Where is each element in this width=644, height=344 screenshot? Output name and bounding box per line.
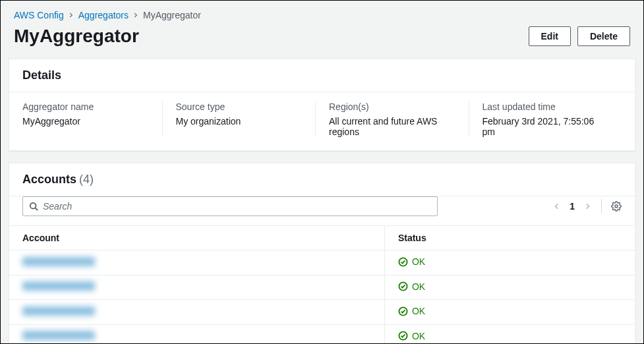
prev-page-button[interactable] bbox=[552, 202, 560, 210]
check-circle-icon bbox=[398, 257, 408, 267]
accounts-panel-title: Accounts bbox=[22, 173, 76, 186]
status-text: OK bbox=[412, 306, 425, 316]
detail-label-last-updated: Last updated time bbox=[483, 101, 609, 112]
details-panel-title: Details bbox=[9, 59, 635, 92]
header-actions: Edit Delete bbox=[529, 26, 630, 46]
accounts-table: Account Status OK OK bbox=[9, 225, 635, 344]
detail-label-aggregator-name: Aggregator name bbox=[22, 101, 149, 112]
table-row: OK bbox=[9, 275, 635, 300]
detail-value-last-updated: February 3rd 2021, 7:55:06 pm bbox=[483, 116, 609, 137]
chevron-right-icon bbox=[132, 12, 139, 18]
breadcrumb-aggregators-link[interactable]: Aggregators bbox=[78, 10, 129, 20]
page-number: 1 bbox=[570, 201, 575, 212]
details-panel: Details Aggregator name MyAggregator Sou… bbox=[9, 59, 635, 151]
breadcrumb-current: MyAggregator bbox=[143, 10, 201, 20]
breadcrumb: AWS Config Aggregators MyAggregator bbox=[1, 1, 643, 23]
breadcrumb-root-link[interactable]: AWS Config bbox=[14, 10, 64, 20]
delete-button[interactable]: Delete bbox=[577, 26, 630, 46]
column-header-status[interactable]: Status bbox=[384, 226, 635, 250]
status-badge: OK bbox=[398, 281, 425, 292]
svg-point-1 bbox=[615, 205, 618, 208]
account-id-redacted bbox=[22, 306, 95, 316]
status-text: OK bbox=[412, 331, 425, 341]
status-badge: OK bbox=[398, 306, 425, 316]
svg-point-0 bbox=[30, 203, 36, 209]
edit-button[interactable]: Edit bbox=[529, 26, 571, 46]
status-text: OK bbox=[412, 256, 425, 267]
settings-button[interactable] bbox=[611, 201, 622, 212]
table-row: OK bbox=[9, 300, 635, 325]
status-text: OK bbox=[412, 281, 425, 292]
check-circle-icon bbox=[398, 306, 408, 316]
accounts-panel: Accounts (4) 1 bbox=[9, 163, 635, 344]
search-input[interactable] bbox=[22, 196, 438, 216]
account-id-redacted bbox=[22, 281, 95, 291]
accounts-count: (4) bbox=[79, 173, 94, 186]
pagination-divider bbox=[601, 199, 602, 214]
detail-value-aggregator-name: MyAggregator bbox=[22, 116, 149, 127]
next-page-button[interactable] bbox=[584, 202, 592, 210]
search-icon bbox=[29, 202, 38, 211]
table-row: OK bbox=[9, 250, 635, 275]
status-badge: OK bbox=[398, 256, 425, 267]
detail-value-source-type: My organization bbox=[176, 116, 303, 127]
chevron-right-icon bbox=[68, 12, 74, 18]
status-badge: OK bbox=[398, 331, 425, 341]
account-id-redacted bbox=[22, 331, 95, 340]
page-title: MyAggregator bbox=[14, 26, 139, 47]
detail-label-source-type: Source type bbox=[176, 101, 303, 112]
column-header-account[interactable]: Account bbox=[9, 226, 384, 250]
table-row: OK bbox=[9, 324, 635, 344]
pagination: 1 bbox=[552, 199, 622, 214]
account-id-redacted bbox=[22, 257, 95, 266]
detail-value-regions: All current and future AWS regions bbox=[329, 116, 455, 137]
check-circle-icon bbox=[398, 331, 408, 341]
detail-label-regions: Region(s) bbox=[329, 101, 455, 112]
check-circle-icon bbox=[398, 281, 408, 291]
